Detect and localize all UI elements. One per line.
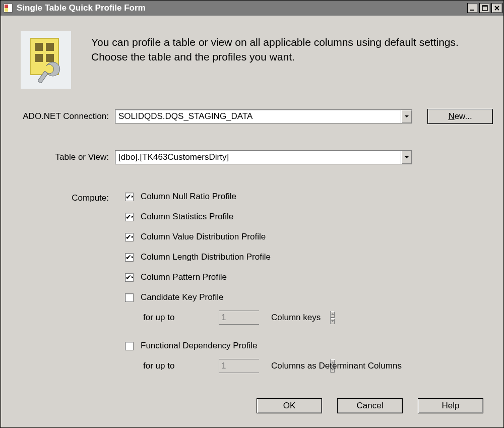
connection-label: ADO.NET Connection: (21, 111, 109, 121)
svg-rect-7 (46, 54, 54, 62)
candidate-key-spinner[interactable] (219, 311, 259, 325)
ok-button[interactable]: OK (257, 398, 322, 413)
checkbox-icon: ✔ (125, 273, 134, 282)
connection-dropdown-button[interactable] (401, 110, 412, 123)
chk-label: Column Value Distribution Profile (141, 232, 266, 242)
table-row: Table or View: [dbo].[TK463CustomersDirt… (21, 150, 483, 164)
intro-row: You can profile a table or view on all a… (21, 31, 483, 89)
window-frame: Single Table Quick Profile Form (0, 0, 504, 428)
chk-label: Column Null Ratio Profile (141, 192, 236, 202)
compute-list: ✔ Column Null Ratio Profile ✔ Column Sta… (125, 192, 402, 373)
candidate-key-subrow: for up to Column keys (143, 311, 402, 325)
maximize-button[interactable] (479, 3, 490, 13)
checkbox-icon: ✔ (125, 253, 134, 262)
table-dropdown-button[interactable] (401, 151, 412, 164)
connection-combo[interactable]: SOLIDQDS.DQS_STAGING_DATA (115, 109, 412, 124)
svg-rect-5 (46, 43, 54, 51)
footer-buttons: OK Cancel Help (257, 398, 483, 413)
checkbox-icon: ✔ (125, 233, 134, 241)
new-button-rest: ew... (455, 111, 472, 121)
checkbox-icon: ✔ (125, 213, 134, 221)
svg-rect-0 (470, 10, 474, 11)
checkbox-icon (125, 293, 134, 302)
titlebar: Single Table Quick Profile Form (1, 1, 503, 16)
chk-pattern[interactable]: ✔ Column Pattern Profile (125, 272, 402, 282)
svg-rect-4 (35, 43, 43, 51)
func-dep-subrow: for up to Columns as Determinant Columns (143, 359, 402, 373)
chk-statistics[interactable]: ✔ Column Statistics Profile (125, 212, 402, 222)
chk-null-ratio[interactable]: ✔ Column Null Ratio Profile (125, 192, 402, 202)
chk-label: Candidate Key Profile (141, 292, 223, 302)
new-connection-button[interactable]: New... (427, 109, 493, 124)
func-dep-for-label: for up to (143, 361, 219, 371)
chk-candidate-key[interactable]: Candidate Key Profile (125, 292, 402, 302)
help-button[interactable]: Help (418, 398, 483, 413)
candidate-key-for-label: for up to (143, 313, 219, 323)
checkbox-icon: ✔ (125, 193, 134, 201)
cancel-button[interactable]: Cancel (337, 398, 403, 413)
spin-down-icon[interactable] (330, 318, 335, 325)
client-area: You can profile a table or view on all a… (1, 16, 503, 427)
compute-section: Compute: ✔ Column Null Ratio Profile ✔ C… (21, 192, 483, 373)
svg-rect-2 (482, 6, 487, 7)
spin-up-icon[interactable] (330, 311, 335, 318)
chk-label: Column Pattern Profile (141, 272, 227, 282)
compute-label: Compute: (21, 192, 109, 373)
connection-row: ADO.NET Connection: SOLIDQDS.DQS_STAGING… (21, 109, 483, 124)
func-dep-spinner[interactable] (219, 359, 259, 373)
table-label: Table or View: (21, 152, 109, 162)
chk-value-dist[interactable]: ✔ Column Value Distribution Profile (125, 232, 402, 242)
chk-label: Column Statistics Profile (141, 212, 233, 222)
chk-length-dist[interactable]: ✔ Column Length Distribution Profile (125, 252, 402, 262)
window-title: Single Table Quick Profile Form (17, 3, 146, 13)
candidate-key-suffix: Column keys (271, 313, 321, 323)
minimize-button[interactable] (467, 3, 478, 13)
intro-icon (21, 31, 71, 89)
chk-label: Column Length Distribution Profile (141, 252, 271, 262)
func-dep-suffix: Columns as Determinant Columns (271, 361, 402, 371)
checkbox-icon (125, 342, 134, 350)
svg-rect-6 (35, 54, 43, 62)
connection-value: SOLIDQDS.DQS_STAGING_DATA (118, 111, 401, 121)
chk-label: Functional Dependency Profile (141, 341, 258, 351)
table-value: [dbo].[TK463CustomersDirty] (118, 152, 401, 162)
chk-func-dep[interactable]: Functional Dependency Profile (125, 341, 402, 351)
app-icon (4, 4, 13, 13)
intro-text: You can profile a table or view on all a… (91, 31, 483, 89)
table-combo[interactable]: [dbo].[TK463CustomersDirty] (115, 150, 412, 164)
close-button[interactable] (491, 3, 502, 13)
